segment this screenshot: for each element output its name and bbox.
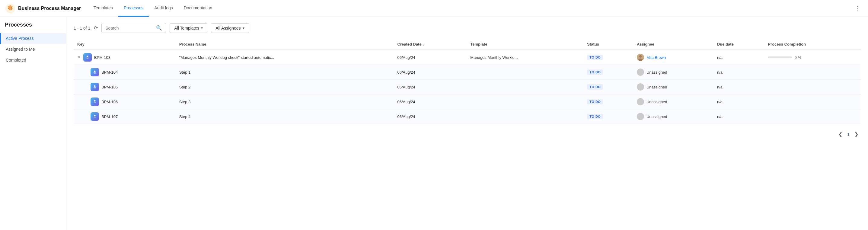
status-badge: TO DO bbox=[587, 69, 603, 75]
svg-rect-10 bbox=[94, 87, 96, 88]
table-header-row: Key Process Name Created Date ↓ Template… bbox=[74, 39, 861, 50]
process-name-cell: Step 3 bbox=[176, 95, 394, 109]
prev-page-button[interactable]: ❮ bbox=[836, 130, 845, 138]
created-date-cell: 06/Aug/24 bbox=[394, 65, 467, 80]
avatar bbox=[637, 54, 644, 61]
template-cell bbox=[467, 109, 583, 124]
col-assignee: Assignee bbox=[633, 39, 713, 50]
all-templates-dropdown[interactable]: All Templates ▾ bbox=[169, 23, 207, 33]
assignee-name: Unassigned bbox=[647, 114, 667, 119]
search-box: 🔍 bbox=[101, 23, 166, 33]
svg-rect-3 bbox=[87, 59, 88, 59]
svg-rect-7 bbox=[94, 72, 96, 73]
toolbar: 1 - 1 of 1 ⟳ 🔍 All Templates ▾ All Assig… bbox=[74, 23, 861, 33]
avatar bbox=[637, 113, 644, 120]
progress-text: 0 /4 bbox=[794, 55, 801, 60]
all-assignees-dropdown[interactable]: All Assignees ▾ bbox=[211, 23, 249, 33]
key-value: BPM-105 bbox=[101, 85, 118, 89]
search-input[interactable] bbox=[105, 26, 154, 31]
expand-button[interactable]: ▼ bbox=[77, 55, 81, 60]
gear-icon bbox=[5, 3, 16, 14]
col-template: Template bbox=[467, 39, 583, 50]
col-process-name: Process Name bbox=[176, 39, 394, 50]
completion-cell bbox=[764, 95, 861, 109]
template-cell bbox=[467, 95, 583, 109]
status-cell: TO DO bbox=[583, 109, 633, 124]
sidebar-item-assigned-to-me[interactable]: Assigned to Me bbox=[0, 44, 66, 55]
key-value: BPM-104 bbox=[101, 70, 118, 74]
process-icon bbox=[91, 83, 99, 91]
main-content: 1 - 1 of 1 ⟳ 🔍 All Templates ▾ All Assig… bbox=[66, 17, 868, 230]
sidebar-item-completed[interactable]: Completed bbox=[0, 55, 66, 66]
pagination: ❮ 1 ❯ bbox=[74, 130, 861, 138]
col-process-completion: Process Completion bbox=[764, 39, 861, 50]
chevron-down-icon: ▾ bbox=[201, 26, 203, 30]
created-date-cell: 06/Aug/24 bbox=[394, 95, 467, 109]
key-value: BPM-103 bbox=[94, 55, 111, 60]
main-layout: Processes Active Process Assigned to Me … bbox=[0, 17, 868, 230]
status-cell: TO DO bbox=[583, 80, 633, 95]
status-badge: TO DO bbox=[587, 99, 603, 104]
created-date-cell: 06/Aug/24 bbox=[394, 109, 467, 124]
status-badge: TO DO bbox=[587, 114, 603, 119]
sidebar-item-active-process[interactable]: Active Process bbox=[0, 33, 66, 44]
avatar bbox=[637, 83, 644, 91]
process-icon bbox=[91, 68, 99, 76]
tab-processes[interactable]: Processes bbox=[118, 0, 149, 17]
key-value: BPM-107 bbox=[101, 114, 118, 119]
process-name-cell: Step 2 bbox=[176, 80, 394, 95]
table-row: ▼ BPM-103 "Manages Monthly Worklog check… bbox=[74, 50, 861, 65]
process-name-cell: Step 4 bbox=[176, 109, 394, 124]
svg-point-1 bbox=[87, 56, 88, 57]
sidebar: Processes Active Process Assigned to Me … bbox=[0, 17, 66, 230]
svg-rect-16 bbox=[94, 117, 96, 118]
due-date-cell: n/a bbox=[713, 65, 764, 80]
assignee-cell: Unassigned bbox=[633, 65, 713, 80]
avatar bbox=[637, 68, 644, 76]
avatar bbox=[637, 98, 644, 105]
svg-point-12 bbox=[94, 100, 96, 102]
col-created-date[interactable]: Created Date ↓ bbox=[394, 39, 467, 50]
key-value: BPM-106 bbox=[101, 100, 118, 104]
app-logo: Business Process Manager bbox=[5, 3, 81, 14]
svg-point-6 bbox=[94, 71, 96, 72]
status-badge: TO DO bbox=[587, 55, 603, 60]
completion-cell: 0 /4 bbox=[764, 50, 861, 65]
next-page-button[interactable]: ❯ bbox=[852, 130, 861, 138]
svg-rect-14 bbox=[94, 103, 96, 103]
assignee-name: Unassigned bbox=[647, 85, 667, 89]
status-cell: TO DO bbox=[583, 95, 633, 109]
top-nav: Business Process Manager Templates Proce… bbox=[0, 0, 868, 17]
svg-point-5 bbox=[638, 59, 643, 61]
template-cell bbox=[467, 65, 583, 80]
tab-documentation[interactable]: Documentation bbox=[178, 0, 218, 17]
process-name-cell: "Manages Monthly Worklog check" started … bbox=[176, 50, 394, 65]
svg-rect-17 bbox=[94, 118, 96, 118]
table-row: BPM-105 Step 2 06/Aug/24 TO DO Unassigne… bbox=[74, 80, 861, 95]
more-options-button[interactable]: ⋮ bbox=[852, 2, 863, 14]
process-icon bbox=[91, 112, 99, 121]
tab-templates[interactable]: Templates bbox=[88, 0, 118, 17]
col-due-date: Due date bbox=[713, 39, 764, 50]
key-cell: BPM-107 bbox=[74, 109, 176, 124]
status-badge: TO DO bbox=[587, 84, 603, 90]
completion-cell bbox=[764, 65, 861, 80]
tab-audit-logs[interactable]: Audit logs bbox=[149, 0, 178, 17]
processes-table: Key Process Name Created Date ↓ Template… bbox=[74, 39, 861, 124]
key-cell: BPM-105 bbox=[74, 80, 176, 95]
col-key: Key bbox=[74, 39, 176, 50]
svg-rect-11 bbox=[94, 88, 96, 89]
completion-cell bbox=[764, 80, 861, 95]
svg-point-4 bbox=[639, 55, 642, 58]
key-cell: BPM-106 bbox=[74, 95, 176, 109]
assignee-cell: Unassigned bbox=[633, 80, 713, 95]
search-icon: 🔍 bbox=[156, 25, 162, 31]
refresh-button[interactable]: ⟳ bbox=[94, 25, 98, 31]
process-icon bbox=[91, 98, 99, 106]
assignee-cell: Mila Brown bbox=[633, 50, 713, 65]
table-row: BPM-104 Step 1 06/Aug/24 TO DO Unassigne… bbox=[74, 65, 861, 80]
svg-rect-2 bbox=[86, 58, 89, 58]
col-status: Status bbox=[583, 39, 633, 50]
process-name-cell: Step 1 bbox=[176, 65, 394, 80]
progress-bar bbox=[768, 57, 792, 58]
